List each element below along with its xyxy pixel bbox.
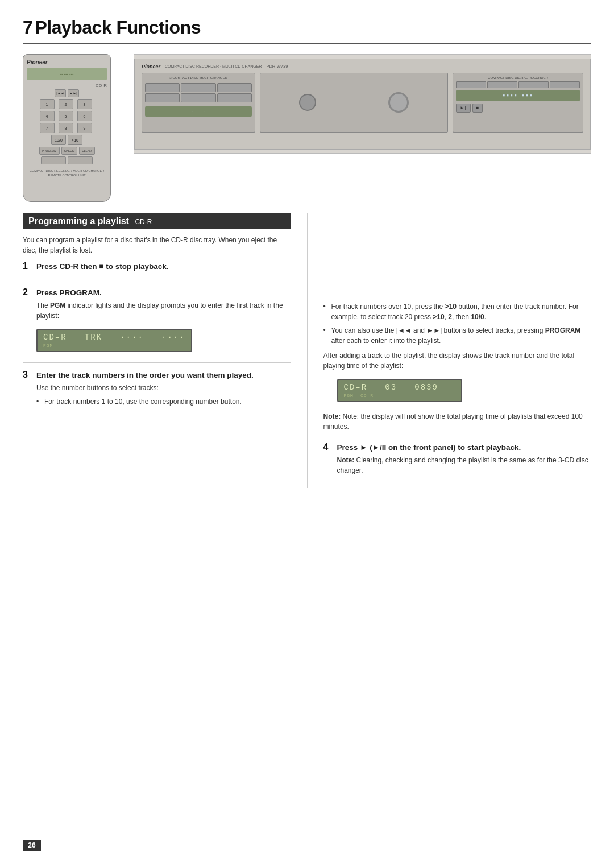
panel-play-buttons: ►‖ ■ xyxy=(456,104,580,113)
panel-draw: Pioneer COMPACT DISC RECORDER · MULTI CD… xyxy=(134,59,591,150)
lcd-trk-display: CD–R TRK ···· ···· PGM xyxy=(36,329,192,352)
remote-bottom-label: COMPACT DISC RECORDER MULTI-CD CHANGER R… xyxy=(27,169,107,177)
lcd-time-sub: PGM CD-R xyxy=(344,393,455,398)
panel-btn-2 xyxy=(181,83,215,92)
remote-extra-btn2[interactable] xyxy=(68,156,93,164)
remote-btn-10[interactable]: 10/0 xyxy=(51,135,66,145)
panel-right-btn-4 xyxy=(550,81,580,88)
step-3-text: Enter the track numbers in the order you… xyxy=(36,371,254,379)
step-1-heading: 1 Press CD-R then ■ to stop playback. xyxy=(23,261,291,271)
lcd-trk-text: CD–R TRK ···· ···· xyxy=(43,333,185,342)
step-3-body: Use the number buttons to select tracks: xyxy=(36,383,291,393)
remote-extra-btn1[interactable] xyxy=(41,156,66,164)
panel-right-btn-1 xyxy=(456,81,486,88)
step-1: 1 Press CD-R then ■ to stop playback. xyxy=(23,261,291,280)
panel-btn-4 xyxy=(145,93,180,102)
panel-left-section: 3-COMPACT DISC MULTI CHANGER · · · xyxy=(142,73,255,133)
remote-btn-9[interactable]: 9 xyxy=(77,123,92,133)
page-number: 26 xyxy=(23,840,41,851)
panel-model: PDR-W739 xyxy=(266,64,288,69)
lcd-pgm-indicator: PGM xyxy=(43,343,53,348)
panel-large-dial xyxy=(388,92,409,113)
step-4-text: Press ► (►/II on the front panel) to sta… xyxy=(337,443,521,452)
right-column: For track numbers over 10, press the >10… xyxy=(323,213,592,488)
step-3: 3 Enter the track numbers in the order y… xyxy=(23,370,291,416)
lcd-time-text: CD–R 03 0839 xyxy=(344,383,438,392)
step-2-text: Press PROGRAM. xyxy=(36,288,102,297)
remote-btn-gt10[interactable]: >10 xyxy=(68,135,82,145)
remote-btn-8[interactable]: 8 xyxy=(59,123,73,133)
step-3-after-bullets: After adding a track to the playlist, th… xyxy=(323,350,592,371)
panel-play-btn[interactable]: ►‖ xyxy=(456,104,471,113)
remote-btn-3[interactable]: 3 xyxy=(77,99,92,109)
chapter-number: 7 xyxy=(23,17,33,38)
remote-btn-6[interactable]: 6 xyxy=(77,111,92,121)
lcd-time-display: CD–R 03 0839 PGM CD-R xyxy=(337,379,462,402)
step-3-bullets-right: For track numbers over 10, press the >10… xyxy=(323,301,592,346)
remote-btn-4[interactable]: 4 xyxy=(40,111,55,121)
step-4-heading: 4 Press ► (►/II on the front panel) to s… xyxy=(323,442,592,452)
step-2-body: The PGM indicator lights and the display… xyxy=(36,300,291,321)
panel-btn-3 xyxy=(217,83,252,92)
panel-right-section: COMPACT DISC DIGITAL RECORDER ▪▪▪▪ ▪▪▪ ►… xyxy=(453,73,583,133)
lcd-time-pgm: PGM xyxy=(344,393,354,398)
step-2-heading: 2 Press PROGRAM. xyxy=(23,287,291,297)
remote-btn-7[interactable]: 7 xyxy=(40,123,55,133)
panel-brand: Pioneer xyxy=(142,64,160,69)
remote-pgm-row: PROGRAM CHECK CLEAR xyxy=(27,147,107,155)
step-2: 2 Press PROGRAM. The PGM indicator light… xyxy=(23,287,291,363)
panel-right-label: COMPACT DISC DIGITAL RECORDER xyxy=(456,76,580,80)
remote-btn-1[interactable]: 1 xyxy=(40,99,55,109)
left-column: Programming a playlist CD-R You can prog… xyxy=(23,213,291,488)
lcd-trk-sub: PGM xyxy=(43,343,185,348)
remote-btn-5[interactable]: 5 xyxy=(59,111,73,121)
step-3-number: 3 xyxy=(23,370,32,380)
section-intro: You can program a playlist for a disc th… xyxy=(23,235,291,255)
panel-stop-btn[interactable]: ■ xyxy=(472,104,483,113)
step-4: 4 Press ► (►/II on the front panel) to s… xyxy=(323,442,592,481)
remote-clear-btn[interactable]: CLEAR xyxy=(79,147,95,155)
panel-btn-1 xyxy=(145,83,180,92)
step-1-number: 1 xyxy=(23,261,32,271)
page-title: Playback Functions xyxy=(35,17,201,38)
panel-right-btn-2 xyxy=(487,81,517,88)
page-number-area: 26 xyxy=(23,840,41,851)
panel-btn-6 xyxy=(217,93,252,102)
step-4-note: Note: Clearing, checking and changing th… xyxy=(337,455,592,476)
remote-brand: Pioneer xyxy=(27,59,107,65)
panel-right-buttons xyxy=(456,81,580,88)
remote-prev-btn[interactable]: |◄◄ xyxy=(55,89,66,97)
panel-dial xyxy=(299,94,316,111)
page-title-area: 7 Playback Functions xyxy=(23,17,591,44)
panel-right-display: ▪▪▪▪ ▪▪▪ xyxy=(456,90,580,101)
panel-left-label: 3-COMPACT DISC MULTI CHANGER xyxy=(145,76,252,80)
panel-subtitle: COMPACT DISC RECORDER · MULTI CD CHANGER xyxy=(165,64,262,68)
panel-brand-row: Pioneer COMPACT DISC RECORDER · MULTI CD… xyxy=(142,64,583,69)
bullet-3: You can also use the |◄◄ and ►►| buttons… xyxy=(323,325,592,346)
remote-check-btn[interactable]: CHECK xyxy=(61,147,77,155)
section-heading-suffix: CD-R xyxy=(135,218,152,226)
panel-right-btn-3 xyxy=(518,81,549,88)
bullet-2: For track numbers over 10, press the >10… xyxy=(323,301,592,322)
remote-next-btn[interactable]: ►►| xyxy=(68,89,79,97)
remote-extra-row xyxy=(27,156,107,164)
remote-cdr-label: CD-R xyxy=(27,83,107,88)
remote-program-btn[interactable]: PROGRAM xyxy=(39,147,60,155)
step-3-note: Note: Note: the display will not show th… xyxy=(323,411,592,432)
remote-number-grid: 1 2 3 4 5 6 7 8 9 xyxy=(27,99,107,133)
remote-btn-2[interactable]: 2 xyxy=(59,99,73,109)
front-panel-image: Pioneer COMPACT DISC RECORDER · MULTI CD… xyxy=(134,54,591,154)
column-divider xyxy=(307,213,308,488)
remote-draw: Pioneer ▪▪ ▪▪▪ ▪▪▪ CD-R |◄◄ ►►| 1 2 3 4 … xyxy=(23,54,111,202)
main-content: Programming a playlist CD-R You can prog… xyxy=(23,213,591,488)
remote-control-image: Pioneer ▪▪ ▪▪▪ ▪▪▪ CD-R |◄◄ ►►| 1 2 3 4 … xyxy=(23,54,122,202)
step-3-bullets-left: For track numbers 1 to 10, use the corre… xyxy=(36,396,291,407)
panel-left-display: · · · xyxy=(145,106,252,117)
step-3-heading: 3 Enter the track numbers in the order y… xyxy=(23,370,291,380)
panel-middle-section xyxy=(260,73,448,133)
lcd-time-cdr: CD-R xyxy=(360,393,374,398)
remote-display: ▪▪ ▪▪▪ ▪▪▪ xyxy=(27,68,107,80)
device-images-area: Pioneer ▪▪ ▪▪▪ ▪▪▪ CD-R |◄◄ ►►| 1 2 3 4 … xyxy=(23,54,591,202)
step-1-text: Press CD-R then ■ to stop playback. xyxy=(36,262,168,271)
remote-10-row: 10/0 >10 xyxy=(27,135,107,145)
